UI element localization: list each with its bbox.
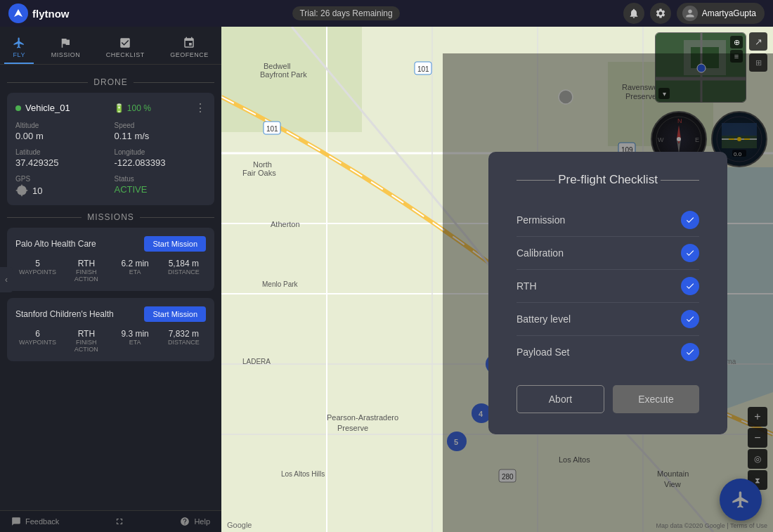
- user-name: AmartyaGupta: [702, 8, 756, 18]
- battery-icon: 🔋: [114, 103, 124, 113]
- gps-count: 10: [32, 186, 42, 196]
- logo: flytnow: [8, 4, 70, 23]
- trial-badge: Trial: 26 days Remaining: [292, 6, 399, 20]
- check-calibration-icon: [681, 244, 699, 262]
- gps-icon: [15, 184, 28, 197]
- logo-text: flytnow: [32, 8, 70, 20]
- mission-2-header: Stanford Children's Health Start Mission: [15, 306, 206, 322]
- m2-finish: RTH FINISH ACTION: [64, 329, 108, 353]
- share-button[interactable]: ↗: [749, 32, 767, 51]
- battery-indicator: 🔋 100 %: [114, 103, 151, 113]
- avatar: [682, 6, 698, 21]
- sidebar-content: Drone Vehicle_01 🔋 100 % ⋮ Altitude 0.00…: [0, 65, 221, 510]
- user-menu[interactable]: AmartyaGupta: [677, 3, 765, 24]
- checklist-item-rth: RTH: [517, 270, 699, 303]
- checklist-item-payload: Payload Set: [517, 336, 699, 368]
- m2-distance: 7,832 m DISTANCE: [162, 329, 206, 353]
- svg-text:Bedwell: Bedwell: [264, 62, 291, 70]
- svg-text:Pearson-Arastradero: Pearson-Arastradero: [327, 413, 398, 422]
- preflight-checklist-modal: Pre-flight Checklist Permission Calibrat…: [488, 152, 727, 434]
- modal-overlay: Pre-flight Checklist Permission Calibrat…: [443, 53, 773, 532]
- drone-section-header: Drone: [7, 77, 214, 87]
- mission-1-stats: 5 WAYPOINTS RTH FINISH ACTION 6.2 min ET…: [15, 259, 206, 283]
- tab-fly[interactable]: FLY: [4, 32, 34, 64]
- m1-waypoints: 5 WAYPOINTS: [15, 259, 60, 283]
- settings-button[interactable]: [650, 3, 671, 24]
- svg-rect-1: [221, 27, 362, 132]
- modal-buttons: Abort Execute: [517, 385, 699, 413]
- longitude-stat: Longitude -122.083393: [115, 148, 207, 168]
- sidebar-collapse-btn[interactable]: ‹: [0, 267, 13, 292]
- help-button[interactable]: Help: [180, 517, 210, 526]
- gps-stat: GPS 10: [15, 175, 108, 197]
- modal-title: Pre-flight Checklist: [517, 173, 699, 187]
- drone-stats: Altitude 0.00 m Speed 0.11 m/s Latitude …: [15, 122, 206, 168]
- map-area[interactable]: Bedwell Bayfront Park Ravenswood Preserv…: [221, 27, 773, 532]
- drone-header: Vehicle_01 🔋 100 % ⋮: [15, 101, 206, 115]
- drone-name: Vehicle_01: [15, 103, 70, 113]
- missions-section-header: Missions: [7, 212, 214, 222]
- tab-fly-label: FLY: [13, 51, 25, 58]
- mission-2-stats: 6 WAYPOINTS RTH FINISH ACTION 9.3 min ET…: [15, 329, 206, 353]
- altitude-stat: Altitude 0.00 m: [15, 122, 108, 141]
- expand-button[interactable]: [115, 517, 124, 526]
- svg-text:Bayfront Park: Bayfront Park: [260, 70, 307, 79]
- m1-eta: 6.2 min ETA: [113, 259, 157, 283]
- drone-card: Vehicle_01 🔋 100 % ⋮ Altitude 0.00 m Spe…: [7, 93, 214, 205]
- start-mission-2-button[interactable]: Start Mission: [144, 306, 206, 322]
- check-payload-icon: [681, 343, 699, 361]
- svg-text:Menlo Park: Menlo Park: [262, 280, 299, 288]
- nav-tabs: FLY MISSION CHECKLIST GEOFENCE: [0, 27, 221, 65]
- latitude-stat: Latitude 37.429325: [15, 148, 108, 168]
- svg-text:North: North: [253, 160, 272, 169]
- logo-icon: [8, 4, 28, 23]
- header-right: AmartyaGupta: [623, 3, 765, 24]
- check-rth-icon: [681, 277, 699, 295]
- execute-button[interactable]: Execute: [613, 385, 699, 413]
- mission-2-name: Stanford Children's Health: [15, 309, 114, 319]
- svg-text:101: 101: [417, 65, 429, 73]
- checklist-item-battery: Battery level: [517, 303, 699, 336]
- svg-text:101: 101: [266, 125, 278, 133]
- notification-button[interactable]: [623, 3, 644, 24]
- mission-1-header: Palo Alto Health Care Start Mission: [15, 236, 206, 252]
- m1-distance: 5,184 m DISTANCE: [162, 259, 206, 283]
- satellite-expand-icon[interactable]: ⊕: [730, 36, 743, 48]
- tab-mission[interactable]: MISSION: [43, 32, 89, 64]
- m2-waypoints: 6 WAYPOINTS: [15, 329, 60, 353]
- mission-card-2: Stanford Children's Health Start Mission…: [7, 298, 214, 361]
- check-permission-icon: [681, 211, 699, 229]
- m1-finish: RTH FINISH ACTION: [64, 259, 108, 283]
- tab-checklist[interactable]: CHECKLIST: [98, 32, 153, 64]
- status-dot: [15, 105, 21, 111]
- svg-text:Los Altos Hills: Los Altos Hills: [281, 470, 325, 478]
- status-stat: Status ACTIVE: [115, 175, 207, 197]
- sidebar: FLY MISSION CHECKLIST GEOFENCE ‹ Drone V…: [0, 27, 221, 532]
- checklist-item-permission: Permission: [517, 204, 699, 237]
- tab-geofence[interactable]: GEOFENCE: [162, 32, 217, 64]
- svg-text:LADERA: LADERA: [242, 358, 271, 365]
- sidebar-bottom-bar: Feedback Help: [0, 510, 221, 532]
- drone-more-btn[interactable]: ⋮: [195, 101, 206, 115]
- abort-button[interactable]: Abort: [517, 385, 604, 413]
- check-battery-icon: [681, 310, 699, 328]
- mission-1-name: Palo Alto Health Care: [15, 239, 96, 249]
- m2-eta: 9.3 min ETA: [113, 329, 157, 353]
- svg-text:Preserve: Preserve: [337, 424, 368, 432]
- tab-checklist-label: CHECKLIST: [106, 51, 145, 58]
- feedback-button[interactable]: Feedback: [11, 517, 59, 526]
- checklist-item-calibration: Calibration: [517, 237, 699, 270]
- mission-card-1: Palo Alto Health Care Start Mission 5 WA…: [7, 228, 214, 291]
- svg-text:Fair Oaks: Fair Oaks: [242, 169, 276, 177]
- google-watermark: Google: [227, 521, 252, 529]
- tab-mission-label: MISSION: [51, 51, 81, 58]
- svg-text:Atherton: Atherton: [271, 220, 300, 228]
- speed-stat: Speed 0.11 m/s: [115, 122, 207, 141]
- checklist-items: Permission Calibration RTH: [517, 204, 699, 368]
- start-mission-1-button[interactable]: Start Mission: [144, 236, 206, 252]
- tab-geofence-label: GEOFENCE: [170, 51, 209, 58]
- app-header: flytnow Trial: 26 days Remaining Amartya…: [0, 0, 773, 27]
